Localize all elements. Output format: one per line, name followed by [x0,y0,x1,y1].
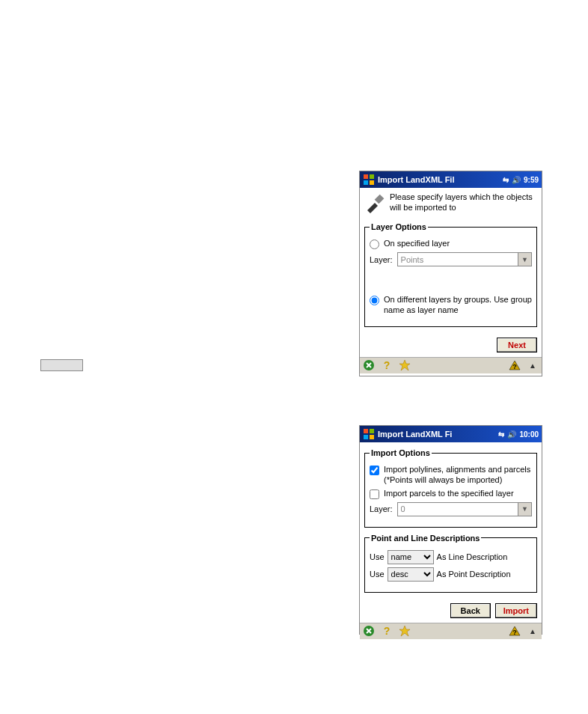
radio-different-layers-label: On different layers by groups. Use group… [384,295,532,316]
layer-label: Layer: [370,504,393,513]
check-import-parcels-label: Import parcels to the specified layer [384,489,514,499]
up-arrow-icon[interactable]: ▲ [527,625,539,637]
check-import-polylines-input[interactable] [370,466,379,475]
svg-rect-4 [375,195,385,204]
use-label: Use [370,570,385,579]
brush-icon [364,192,385,213]
star-icon[interactable] [399,359,411,371]
help-icon[interactable]: ? [381,359,393,371]
svg-rect-11 [370,429,374,433]
clock-text: 10:00 [519,430,539,439]
content-area: Please specify layers which the objects … [360,188,542,336]
back-button[interactable]: Back [450,603,491,618]
window-title: Import LandXML Fil [378,175,503,184]
layer-combo[interactable]: ▼ [397,252,532,266]
speaker-icon: 🔊 [512,176,521,184]
close-icon[interactable] [363,625,375,637]
radio-different-layers[interactable]: On different layers by groups. Use group… [370,295,532,316]
radio-on-specified-layer[interactable]: On specified layer [370,239,532,249]
svg-text:?: ? [384,625,391,637]
svg-rect-10 [364,429,368,433]
line-desc-combo[interactable]: name [388,550,434,564]
point-desc-combo[interactable]: desc [388,567,434,582]
svg-marker-7 [399,360,410,370]
layer-field-row: Layer: ▼ [370,502,532,516]
svg-text:?: ? [384,359,391,371]
import-landxml-window-1: Import LandXML Fil ⇆ 🔊 9:59 Please speci… [359,171,542,376]
point-desc-select[interactable]: desc [388,567,434,582]
check-import-parcels-input[interactable] [370,489,379,499]
clock-text: 9:59 [524,176,539,184]
use-label: Use [370,552,385,561]
titlebar-status-icons: ⇆ 🔊 10:00 [498,430,539,439]
next-button[interactable]: Next [497,338,537,353]
check-import-polylines-label: Import polylines, alignments and parcels… [384,465,530,486]
statusbar: ? ? ▲ [360,357,542,373]
layer-combo-input[interactable] [397,252,518,266]
layer-options-group: Layer Options On specified layer Layer: … [364,222,537,327]
windows-logo-icon [363,174,375,186]
check-import-polylines[interactable]: Import polylines, alignments and parcels… [370,465,532,486]
button-bar: Next [360,336,542,357]
titlebar: Import LandXML Fi ⇆ 🔊 10:00 [360,426,542,442]
warning-icon[interactable]: ? [509,625,521,637]
windows-logo-icon [363,428,375,440]
connectivity-icon: ⇆ [503,176,509,184]
svg-rect-0 [364,174,368,179]
warning-icon[interactable]: ? [509,359,521,371]
svg-rect-3 [370,180,374,185]
point-desc-suffix: As Point Description [437,570,511,579]
descriptions-group: Point and Line Descriptions Use name As … [364,534,537,593]
radio-on-specified-layer-label: On specified layer [384,239,450,249]
descriptions-legend: Point and Line Descriptions [370,534,481,543]
svg-rect-13 [370,435,374,439]
content-area: Import Options Import polylines, alignme… [360,442,542,602]
titlebar-status-icons: ⇆ 🔊 9:59 [503,176,539,184]
close-icon[interactable] [363,359,375,371]
up-arrow-icon[interactable]: ▲ [527,359,539,371]
window-title: Import LandXML Fi [378,430,498,439]
svg-marker-16 [399,626,410,636]
point-description-row: Use desc As Point Description [370,567,532,582]
import-button[interactable]: Import [495,603,537,618]
svg-text:?: ? [512,629,517,636]
chevron-down-icon[interactable]: ▼ [518,502,532,516]
import-options-group: Import Options Import polylines, alignme… [364,448,537,528]
layer-combo-input[interactable] [397,502,518,516]
check-import-parcels[interactable]: Import parcels to the specified layer [370,489,532,499]
connectivity-icon: ⇆ [498,430,504,439]
speaker-icon: 🔊 [507,430,516,439]
radio-on-specified-layer-input[interactable] [370,239,379,249]
statusbar: ? ? ▲ [360,623,542,639]
line-description-row: Use name As Line Description [370,550,532,564]
button-bar: Back Import [360,602,542,623]
gray-rectangle [40,359,83,371]
titlebar: Import LandXML Fil ⇆ 🔊 9:59 [360,171,542,188]
help-icon[interactable]: ? [381,625,393,637]
star-icon[interactable] [399,625,411,637]
instruction-text: Please specify layers which the objects … [390,192,537,213]
line-desc-select[interactable]: name [388,550,434,564]
svg-text:?: ? [512,363,517,370]
instruction-banner: Please specify layers which the objects … [364,191,537,219]
svg-rect-12 [364,435,368,439]
chevron-down-icon[interactable]: ▼ [518,252,532,266]
svg-rect-2 [364,180,368,185]
layer-combo[interactable]: ▼ [397,502,532,516]
radio-different-layers-input[interactable] [370,296,379,305]
layer-label: Layer: [370,255,393,264]
svg-rect-1 [370,174,374,179]
layer-field-row: Layer: ▼ [370,252,532,266]
import-options-legend: Import Options [370,448,432,457]
import-landxml-window-2: Import LandXML Fi ⇆ 🔊 10:00 Import Optio… [359,425,542,635]
line-desc-suffix: As Line Description [437,552,508,561]
layer-options-legend: Layer Options [370,222,428,231]
